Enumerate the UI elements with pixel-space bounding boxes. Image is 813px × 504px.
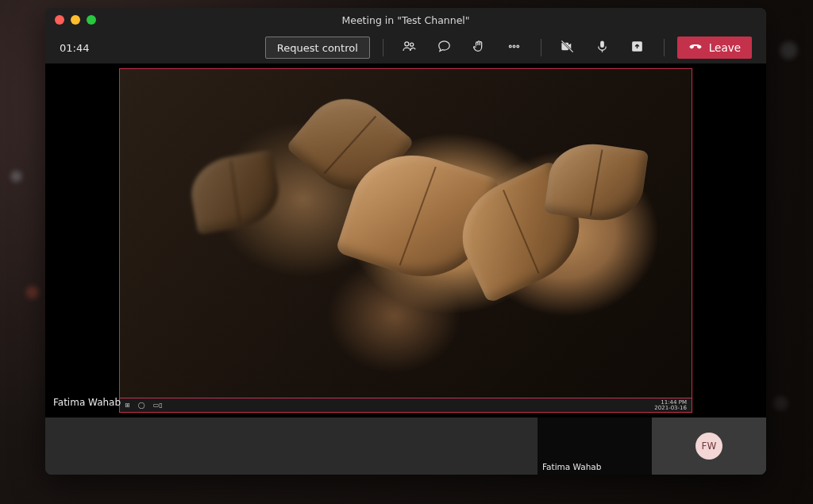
participant-tile[interactable]: Fatima Wahab (538, 417, 652, 475)
shared-content-decor (544, 138, 649, 226)
shared-screen[interactable]: ⊞ ◯ ▭▯ 11:44 PM 2021-03-16 (119, 68, 692, 413)
avatar: FW (695, 433, 722, 460)
meeting-timer: 01:44 (60, 42, 89, 54)
titlebar: Meeting in "Test Channel" (45, 8, 766, 32)
chat-icon (437, 39, 452, 56)
meeting-stage: ⊞ ◯ ▭▯ 11:44 PM 2021-03-16 Fatima Wahab (45, 63, 766, 417)
shared-content-decor (186, 149, 284, 235)
chat-button[interactable] (431, 37, 458, 59)
participant-name: Fatima Wahab (542, 462, 601, 471)
window-controls (55, 15, 96, 25)
windows-start-icon: ⊞ (125, 402, 130, 409)
meeting-window: Meeting in "Test Channel" 01:44 Request … (45, 8, 766, 475)
request-control-label: Request control (277, 42, 358, 54)
request-control-button[interactable]: Request control (265, 37, 370, 59)
avatar-initials: FW (702, 441, 717, 452)
divider (664, 39, 665, 56)
cortana-icon: ◯ (138, 402, 145, 409)
camera-off-icon (560, 39, 575, 56)
shared-date: 2021-03-16 (654, 406, 687, 411)
people-icon (402, 39, 417, 56)
raise-hand-button[interactable] (466, 37, 493, 59)
presenter-name-label: Fatima Wahab (53, 397, 121, 408)
leave-button[interactable]: Leave (677, 37, 752, 59)
svg-point-2 (510, 45, 512, 48)
minimize-window-button[interactable] (71, 15, 80, 25)
svg-point-4 (517, 45, 519, 48)
zoom-window-button[interactable] (87, 15, 96, 25)
svg-point-1 (410, 43, 414, 46)
hangup-icon (688, 40, 703, 56)
leave-label: Leave (709, 41, 741, 54)
close-window-button[interactable] (55, 15, 64, 25)
more-actions-button[interactable] (501, 37, 528, 59)
task-view-icon: ▭▯ (153, 402, 163, 409)
window-title: Meeting in "Test Channel" (45, 14, 766, 26)
svg-rect-5 (600, 40, 604, 48)
shared-clock-area: 11:44 PM 2021-03-16 (654, 400, 687, 411)
shared-desktop-taskbar: ⊞ ◯ ▭▯ 11:44 PM 2021-03-16 (120, 398, 692, 412)
svg-point-3 (513, 45, 515, 48)
svg-point-0 (405, 42, 409, 46)
share-screen-button[interactable] (624, 37, 651, 59)
self-tile[interactable]: FW (652, 417, 766, 475)
divider (541, 39, 541, 56)
meeting-toolbar: 01:44 Request control (45, 32, 766, 63)
camera-toggle-button[interactable] (554, 37, 581, 59)
share-up-icon (630, 39, 645, 56)
divider (383, 39, 383, 56)
hand-icon (472, 39, 487, 56)
mic-toggle-button[interactable] (589, 37, 616, 59)
participants-button[interactable] (396, 37, 423, 59)
ellipsis-icon (507, 39, 522, 56)
mic-icon (595, 39, 610, 56)
participant-thumbnails: Fatima Wahab FW (45, 417, 766, 475)
